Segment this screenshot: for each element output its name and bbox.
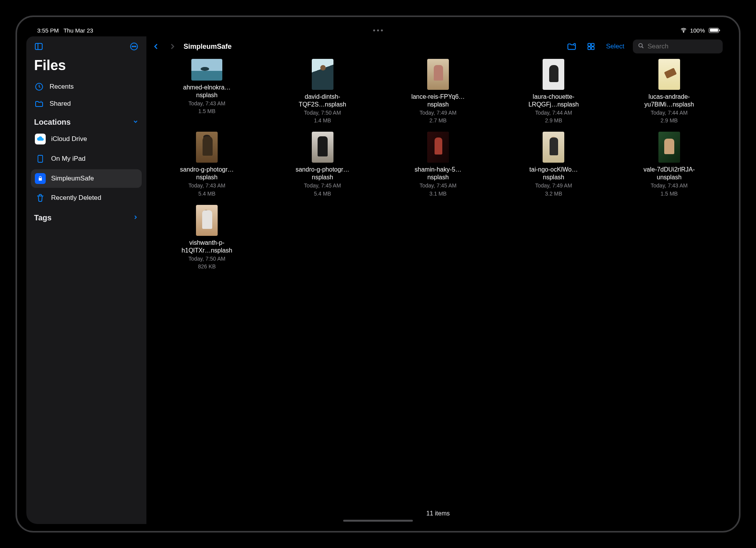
item-count: 11 items xyxy=(146,506,730,524)
page-title: SimpleumSafe xyxy=(184,43,232,51)
file-size: 3.1 MB xyxy=(407,190,469,197)
file-time: Today, 7:49 AM xyxy=(522,182,584,189)
icloud-icon xyxy=(35,134,46,144)
svg-rect-12 xyxy=(591,43,594,46)
svg-point-15 xyxy=(639,43,642,47)
file-name: sandro-g-photogr…nsplash xyxy=(176,166,238,181)
sidebar-item-recents[interactable]: Recents xyxy=(26,78,146,95)
file-item[interactable]: vishwanth-p-h1QlTXr…nsplashToday, 7:50 A… xyxy=(176,205,238,270)
svg-point-6 xyxy=(135,46,136,47)
file-item[interactable]: lance-reis-FPYq6…nsplashToday, 7:49 AM2.… xyxy=(407,59,469,124)
content-area: SimpleumSafe xyxy=(146,36,730,524)
sidebar-item-simpleumsafe[interactable]: SimpleumSafe xyxy=(31,169,142,188)
file-name: vishwanth-p-h1QlTXr…nsplash xyxy=(176,239,238,254)
sidebar-title: Files xyxy=(26,56,146,78)
sidebar: Files Recents xyxy=(26,36,146,524)
file-size: 5.4 MB xyxy=(292,190,354,197)
file-thumbnail xyxy=(312,59,333,90)
file-size: 1.5 MB xyxy=(638,190,700,197)
battery-percent: 100% xyxy=(690,27,705,34)
file-size: 2.9 MB xyxy=(522,117,584,124)
file-name: tai-ngo-ocKlWo…nsplash xyxy=(522,166,584,181)
file-thumbnail xyxy=(427,59,449,90)
sidebar-item-recentlydeleted[interactable]: Recently Deleted xyxy=(31,189,142,206)
sidebar-more-icon[interactable] xyxy=(129,42,139,53)
svg-point-4 xyxy=(132,46,133,47)
wifi-icon xyxy=(680,27,687,34)
file-size: 2.9 MB xyxy=(638,117,700,124)
file-time: Today, 7:45 AM xyxy=(407,182,469,189)
file-time: Today, 7:49 AM xyxy=(407,109,469,116)
search-field[interactable] xyxy=(633,40,723,53)
back-button[interactable] xyxy=(149,40,163,53)
file-item[interactable]: tai-ngo-ocKlWo…nsplashToday, 7:49 AM3.2 … xyxy=(522,132,584,197)
select-button[interactable]: Select xyxy=(604,43,627,50)
svg-point-5 xyxy=(134,46,134,47)
multitask-dots[interactable] xyxy=(373,29,383,31)
file-thumbnail xyxy=(427,132,449,163)
svg-rect-11 xyxy=(588,43,591,46)
chevron-right-icon xyxy=(132,213,139,222)
svg-rect-1 xyxy=(35,43,42,50)
toolbar: SimpleumSafe xyxy=(146,36,730,57)
trash-icon xyxy=(35,193,46,203)
sidebar-item-label: iCloud Drive xyxy=(51,135,87,143)
file-thumbnail xyxy=(196,205,218,236)
file-item[interactable]: laura-chouette-LRQGFj…nsplashToday, 7:44… xyxy=(522,59,584,124)
section-locations[interactable]: Locations xyxy=(26,112,146,129)
file-item[interactable]: ahmed-elnokra…nsplashToday, 7:43 AM1.5 M… xyxy=(176,59,238,124)
chevron-down-icon xyxy=(132,118,139,127)
file-thumbnail xyxy=(191,59,222,81)
search-icon xyxy=(637,42,644,51)
file-item[interactable]: sandro-g-photogr…nsplashToday, 7:43 AM5.… xyxy=(176,132,238,197)
file-size: 2.7 MB xyxy=(407,117,469,124)
file-thumbnail xyxy=(543,132,564,163)
sidebar-item-label: SimpleumSafe xyxy=(51,175,94,182)
sidebar-item-label: On My iPad xyxy=(51,155,86,163)
file-item[interactable]: david-dintsh-TQF2S…nsplashToday, 7:50 AM… xyxy=(292,59,354,124)
file-time: Today, 7:50 AM xyxy=(176,255,238,262)
file-thumbnail xyxy=(543,59,564,90)
file-item[interactable]: shamin-haky-5…nsplashToday, 7:45 AM3.1 M… xyxy=(407,132,469,197)
status-date: Thu Mar 23 xyxy=(64,27,93,34)
view-grid-button[interactable] xyxy=(584,40,598,53)
file-size: 1.4 MB xyxy=(292,117,354,124)
file-time: Today, 7:43 AM xyxy=(176,100,238,107)
file-name: lance-reis-FPYq6…nsplash xyxy=(407,93,469,108)
file-name: lucas-andrade-yu7BlMi…nsplash xyxy=(638,93,700,108)
search-input[interactable] xyxy=(648,43,718,50)
home-indicator[interactable] xyxy=(343,520,413,522)
file-size: 826 KB xyxy=(176,263,238,270)
file-name: shamin-haky-5…nsplash xyxy=(407,166,469,181)
file-name: vale-7dDUi2rlRJA-unsplash xyxy=(638,166,700,181)
file-thumbnail xyxy=(196,132,218,163)
file-name: sandro-g-photogr…nsplash xyxy=(292,166,354,181)
file-time: Today, 7:43 AM xyxy=(176,182,238,189)
sidebar-toggle-icon[interactable] xyxy=(34,42,43,53)
file-item[interactable]: vale-7dDUi2rlRJA-unsplashToday, 7:43 AM1… xyxy=(638,132,700,197)
file-thumbnail xyxy=(312,132,333,163)
svg-rect-9 xyxy=(38,155,43,162)
section-label: Locations xyxy=(34,118,70,127)
file-name: david-dintsh-TQF2S…nsplash xyxy=(292,93,354,108)
sidebar-item-icloud[interactable]: iCloud Drive xyxy=(31,130,142,148)
section-tags[interactable]: Tags xyxy=(26,207,146,225)
file-item[interactable]: sandro-g-photogr…nsplashToday, 7:45 AM5.… xyxy=(292,132,354,197)
file-time: Today, 7:44 AM xyxy=(522,109,584,116)
clock-icon xyxy=(34,82,44,91)
battery-icon xyxy=(709,28,719,33)
file-time: Today, 7:50 AM xyxy=(292,109,354,116)
section-label: Tags xyxy=(34,213,52,222)
new-folder-button[interactable] xyxy=(565,40,578,53)
file-name: laura-chouette-LRQGFj…nsplash xyxy=(522,93,584,108)
file-name: ahmed-elnokra…nsplash xyxy=(176,84,238,99)
file-size: 5.4 MB xyxy=(176,190,238,197)
file-thumbnail xyxy=(658,59,680,90)
status-time: 3:55 PM xyxy=(37,27,59,34)
file-time: Today, 7:44 AM xyxy=(638,109,700,116)
sidebar-item-shared[interactable]: Shared xyxy=(26,95,146,112)
file-item[interactable]: lucas-andrade-yu7BlMi…nsplashToday, 7:44… xyxy=(638,59,700,124)
file-time: Today, 7:43 AM xyxy=(638,182,700,189)
sidebar-item-onmyipad[interactable]: On My iPad xyxy=(31,150,142,168)
file-time: Today, 7:45 AM xyxy=(292,182,354,189)
